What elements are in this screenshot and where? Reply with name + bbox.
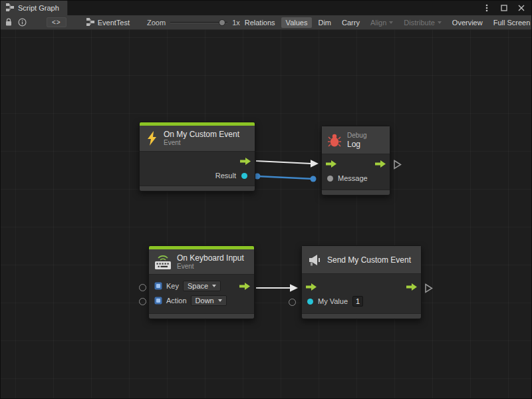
graph-asset-icon — [86, 18, 94, 27]
flow-output-port[interactable] — [375, 160, 386, 168]
node-title: On Keyboard Input — [177, 253, 244, 263]
distribute-dropdown[interactable]: Distribute — [399, 17, 446, 28]
tab-label: Script Graph — [18, 4, 59, 12]
chevron-down-icon — [438, 21, 442, 24]
lock-icon[interactable] — [5, 17, 13, 28]
wire-arrowhead — [290, 284, 298, 292]
info-icon[interactable] — [18, 17, 27, 28]
flow-input-port[interactable] — [326, 160, 336, 168]
code-preview-button[interactable]: <> — [47, 17, 66, 27]
graph-asset-chip[interactable]: EventTest — [86, 18, 130, 27]
bug-icon — [327, 133, 342, 148]
keycode-icon — [154, 282, 162, 290]
port-label-result: Result — [215, 172, 236, 180]
wire-endpoint-dot — [311, 176, 317, 182]
action-enum-icon — [154, 297, 162, 305]
wire-arrowhead — [311, 160, 319, 168]
flow-input-port[interactable] — [306, 283, 317, 291]
wire-value-result-to-message — [257, 176, 313, 179]
overview-button[interactable]: Overview — [448, 17, 487, 28]
my-value-input-port[interactable] — [307, 299, 313, 305]
zoom-slider[interactable] — [170, 19, 227, 27]
titlebar: Script Graph — [1, 1, 531, 15]
node-debug-log[interactable]: Debug Log Message — [321, 126, 390, 196]
node-subtitle: Event — [164, 139, 239, 147]
node-footer — [302, 314, 421, 319]
port-label-action: Action — [166, 297, 187, 305]
connection-wires — [1, 30, 532, 399]
keyboard-input-icon — [154, 254, 172, 270]
graph-toolbar: <> EventTest Zoom 1x Relations Values Di… — [1, 15, 531, 30]
close-icon[interactable] — [517, 3, 526, 13]
zoom-value: 1x — [232, 19, 240, 27]
script-graph-window: Script Graph <> EventTest — [0, 0, 532, 399]
zoom-slider-handle[interactable] — [219, 19, 225, 26]
dim-button[interactable]: Dim — [313, 17, 336, 28]
node-title: Log — [347, 140, 366, 149]
action-input-socket[interactable] — [139, 298, 146, 305]
port-label-my-value: My Value — [318, 297, 348, 305]
graph-asset-name: EventTest — [98, 19, 130, 27]
my-value-input-socket[interactable] — [289, 299, 296, 306]
titlebar-drag-area[interactable] — [68, 1, 482, 15]
flow-continue-indicator[interactable] — [424, 283, 433, 293]
carry-button[interactable]: Carry — [337, 17, 364, 28]
node-group-label: Debug — [347, 132, 366, 140]
graph-canvas[interactable]: On My Custom Event Event Result — [1, 30, 532, 399]
node-title: On My Custom Event — [164, 130, 239, 139]
send-event-icon — [307, 253, 322, 267]
lightning-bolt-icon — [145, 130, 158, 146]
wire-flow-custom-event-to-log — [256, 161, 311, 164]
flow-output-port[interactable] — [406, 283, 417, 291]
zoom-label: Zoom — [147, 19, 166, 27]
result-output-port[interactable] — [241, 173, 247, 179]
flow-continue-indicator[interactable] — [393, 160, 402, 170]
my-value-field[interactable]: 1 — [352, 296, 363, 307]
key-input-socket[interactable] — [139, 284, 146, 291]
node-footer — [140, 186, 255, 191]
full-screen-button[interactable]: Full Screen — [489, 17, 532, 28]
node-title: Send My Custom Event — [327, 255, 411, 265]
flow-output-port[interactable] — [239, 283, 250, 290]
node-on-keyboard-input[interactable]: On Keyboard Input Event Key Space — [148, 245, 255, 319]
chevron-down-icon — [389, 21, 393, 24]
chevron-down-icon — [218, 299, 222, 302]
values-button[interactable]: Values — [281, 17, 313, 28]
node-send-my-custom-event[interactable]: Send My Custom Event My Value 1 — [301, 245, 422, 319]
window-menu-icon[interactable] — [482, 3, 491, 13]
maximize-icon[interactable] — [499, 3, 509, 13]
tab-script-graph[interactable]: Script Graph — [1, 1, 68, 15]
port-label-key: Key — [166, 282, 179, 290]
key-dropdown[interactable]: Space — [183, 281, 221, 291]
align-dropdown[interactable]: Align — [366, 17, 398, 28]
relations-button[interactable]: Relations — [240, 17, 280, 28]
script-graph-icon — [6, 3, 14, 13]
chevron-down-icon — [212, 285, 216, 287]
node-subtitle: Event — [177, 263, 244, 271]
node-footer — [149, 314, 254, 319]
message-input-port[interactable] — [327, 176, 333, 182]
node-footer — [322, 190, 390, 195]
node-on-my-custom-event[interactable]: On My Custom Event Event Result — [139, 122, 255, 192]
action-dropdown[interactable]: Down — [191, 295, 227, 306]
flow-output-port[interactable] — [240, 158, 251, 165]
port-label-message: Message — [338, 174, 368, 182]
